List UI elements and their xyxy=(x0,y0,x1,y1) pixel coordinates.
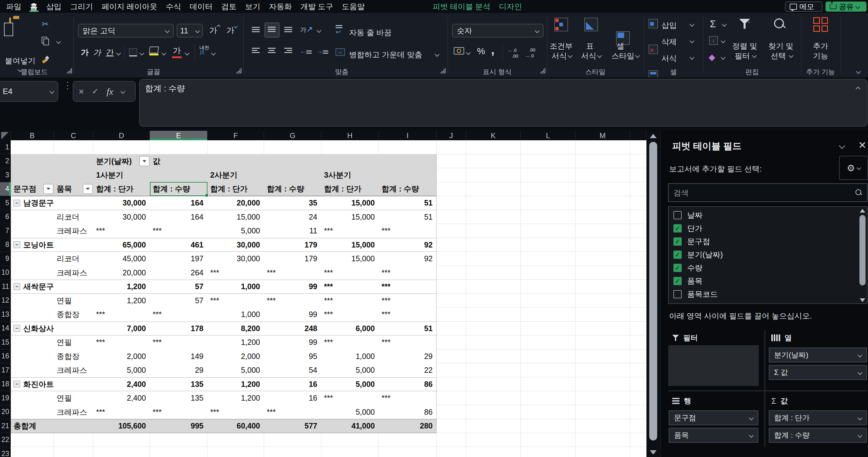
column-header-cut[interactable] xyxy=(630,131,647,140)
autosum-chevron-icon[interactable] xyxy=(722,22,727,27)
cell-J9[interactable] xyxy=(437,252,466,266)
cell-D23[interactable] xyxy=(93,447,150,457)
pivot-cell-H16[interactable]: 1,000 xyxy=(321,349,379,364)
pivot-cell-H4[interactable]: 합계 : 단가 xyxy=(321,182,379,196)
cell-K20[interactable] xyxy=(466,405,521,419)
row-header-4[interactable]: 4 xyxy=(0,182,11,196)
cell-cut15[interactable] xyxy=(630,335,647,349)
cell-styles-label2[interactable]: 스타일 xyxy=(612,51,634,61)
cell-M18[interactable] xyxy=(576,377,630,392)
sort-filter-label1[interactable]: 정렬 및 xyxy=(732,41,757,51)
cell-L19[interactable] xyxy=(521,391,576,405)
column-header-C[interactable]: C xyxy=(54,131,93,140)
merge-center-label[interactable]: 병합하고 가운데 맞춤 xyxy=(349,50,422,60)
comma-style-button[interactable]: , xyxy=(491,43,494,57)
ribbon-tab-자동화[interactable]: 자동화 xyxy=(265,0,296,13)
scrollbar-thumb[interactable] xyxy=(649,142,657,440)
cell-J3[interactable] xyxy=(437,168,466,182)
cell-L6[interactable] xyxy=(521,210,576,224)
cell-styles-label1[interactable]: 셀 xyxy=(617,41,624,51)
ribbon-tab-검토[interactable]: 검토 xyxy=(217,0,241,13)
row-header-18[interactable]: 18 xyxy=(0,377,11,392)
grow-font-button[interactable]: 가 xyxy=(209,25,220,36)
pivot-cell-F8[interactable]: 30,000 xyxy=(208,238,265,252)
pivot-cell-C15[interactable]: 연필 xyxy=(54,335,94,349)
pivot-cell-F9[interactable]: 30,000 xyxy=(208,252,265,266)
cell-K7[interactable] xyxy=(466,224,521,238)
cell-cut16[interactable] xyxy=(630,349,647,364)
insert-cells-chevron-icon[interactable] xyxy=(690,22,694,27)
cell-F22[interactable] xyxy=(208,433,264,447)
number-format-select[interactable]: 숫자 xyxy=(452,24,544,37)
cell-K23[interactable] xyxy=(466,447,521,457)
pivot-cell-E5[interactable]: 164 xyxy=(150,196,208,210)
pivot-cell-D9[interactable]: 45,000 xyxy=(94,252,150,266)
pivot-cell-F12[interactable]: *** xyxy=(208,294,265,308)
field-list-scroll-up-icon[interactable] xyxy=(860,209,865,212)
row-header-19[interactable]: 19 xyxy=(0,391,11,405)
cell-L4[interactable] xyxy=(521,182,576,196)
pivot-cell-D8[interactable]: 65,000 xyxy=(94,238,150,252)
pivot-cell-G11[interactable]: 99 xyxy=(265,280,321,293)
cell-J12[interactable] xyxy=(437,294,466,308)
delete-cells-icon[interactable]: ✕ xyxy=(649,45,658,54)
values-pill-합계 : 수량[interactable]: 합계 : 수량 xyxy=(769,428,867,442)
format-as-table-label2[interactable]: 서식 xyxy=(581,51,596,61)
pivot-cell-H17[interactable]: 5,000 xyxy=(321,363,379,377)
clear-button[interactable]: ◆ xyxy=(709,52,715,62)
wrap-text-label[interactable]: 자동 줄 바꿈 xyxy=(349,28,392,38)
pivot-cell-G9[interactable]: 179 xyxy=(265,252,321,266)
cell-J22[interactable] xyxy=(437,433,466,447)
pivot-cell-C4[interactable]: 품목 xyxy=(54,182,94,196)
column-header-E[interactable]: E xyxy=(150,131,208,140)
pill-chevron-icon[interactable] xyxy=(749,415,754,420)
pill-chevron-icon[interactable] xyxy=(749,433,754,438)
row-header-7[interactable]: 7 xyxy=(0,224,11,238)
align-right-icon[interactable] xyxy=(284,48,292,53)
cell-L18[interactable] xyxy=(521,377,576,392)
ribbon-tab-데이터[interactable]: 데이터 xyxy=(185,0,217,13)
pivot-cell-D16[interactable]: 2,000 xyxy=(94,349,150,364)
pivot-cell-F7[interactable]: 5,000 xyxy=(208,224,265,238)
cell-M5[interactable] xyxy=(576,196,630,210)
pivot-cell-E11[interactable]: 57 xyxy=(150,280,208,293)
cell-K5[interactable] xyxy=(466,196,521,210)
increase-indent-icon[interactable]: → xyxy=(317,48,328,55)
field-item-품목코드[interactable]: 품목코드 xyxy=(669,288,867,301)
pivot-cell-H3[interactable]: 3사분기 xyxy=(321,168,379,182)
insert-cells-label[interactable]: 삽입 xyxy=(661,20,677,30)
cell-cut8[interactable] xyxy=(630,238,647,252)
delete-cells-chevron-icon[interactable] xyxy=(690,38,694,44)
panel-tools-button[interactable]: ⚙ xyxy=(839,156,868,180)
row-header-16[interactable]: 16 xyxy=(0,349,11,364)
cell-H23[interactable] xyxy=(321,447,379,457)
pivot-cell-D15[interactable]: *** xyxy=(94,335,150,349)
pivot-cell-E17[interactable]: 29 xyxy=(150,363,208,377)
cell-D1[interactable] xyxy=(93,140,150,154)
pivot-cell-I14[interactable]: 51 xyxy=(379,322,437,335)
field-list-scrollbar-thumb[interactable] xyxy=(860,215,866,285)
pivot-cell-E21[interactable]: 995 xyxy=(150,419,208,433)
pivot-cell-E2[interactable]: 값 xyxy=(150,154,208,168)
pivot-cell-C19[interactable]: 연필 xyxy=(54,391,94,405)
pivot-cell-G5[interactable]: 35 xyxy=(265,196,321,210)
cell-cut10[interactable] xyxy=(630,266,647,280)
row-header-13[interactable]: 13 xyxy=(0,308,11,322)
autosum-button[interactable]: Σ xyxy=(710,18,716,30)
cell-cut1[interactable] xyxy=(630,140,647,154)
cell-J21[interactable] xyxy=(437,419,466,433)
cell-J17[interactable] xyxy=(437,363,466,377)
cell-M7[interactable] xyxy=(576,224,630,238)
cell-cut6[interactable] xyxy=(630,210,647,224)
cell-I23[interactable] xyxy=(379,447,437,457)
field-checkbox-unchecked[interactable] xyxy=(674,290,682,298)
insert-function-icon[interactable]: fx xyxy=(106,86,113,97)
decrease-indent-icon[interactable]: ← xyxy=(300,48,312,55)
cell-K2[interactable] xyxy=(466,154,521,168)
pivot-cell-C6[interactable]: 리코더 xyxy=(54,210,94,224)
ribbon-tab-그리기[interactable]: 그리기 xyxy=(66,0,97,13)
cell-E1[interactable] xyxy=(150,140,208,154)
column-header-K[interactable]: K xyxy=(466,131,521,140)
find-select-label1[interactable]: 찾기 및 xyxy=(768,41,793,51)
borders-chevron-icon[interactable] xyxy=(140,51,145,56)
